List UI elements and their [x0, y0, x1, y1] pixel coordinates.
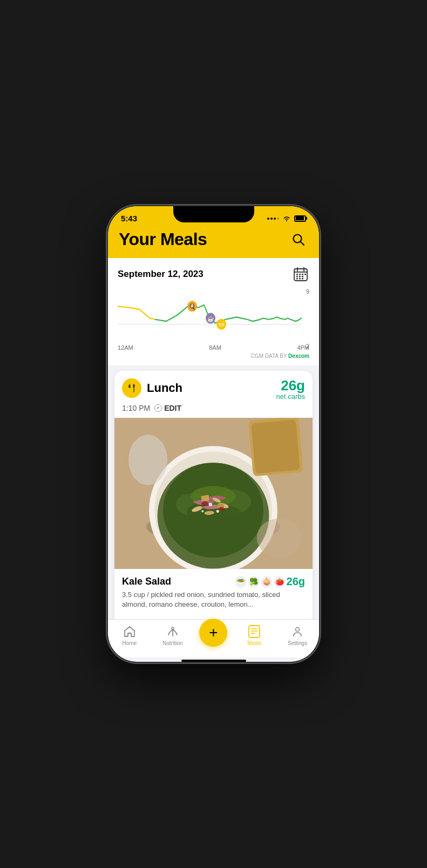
svg-point-51 [257, 519, 302, 558]
chart-label-12am: 12AM [118, 344, 133, 351]
food-name: Kale Salad [122, 576, 171, 587]
meal-card-lunch: Lunch 26g net carbs 1:10 PM EDIT [114, 371, 313, 619]
status-icons [267, 215, 306, 222]
home-icon [123, 625, 137, 639]
chart-y-2: 2 [306, 343, 309, 349]
food-icon-2: 🥦 [248, 576, 260, 588]
page-title: Your Meals [119, 229, 207, 249]
food-icon-4: 🍅 [274, 576, 286, 588]
glucose-chart-area: 🍳 ☕ 🍽 12AM 8AM 4PM 9 2 CGM DATA BY Dex [108, 283, 319, 365]
svg-rect-13 [296, 278, 298, 280]
calendar-icon [293, 267, 308, 282]
svg-point-53 [172, 627, 174, 629]
food-info: Kale Salad 🥗 🥦 🧅 🍅 26g 3.5 cup / pickled… [114, 569, 313, 618]
svg-rect-8 [302, 274, 303, 275]
svg-point-43 [201, 501, 208, 505]
food-icons: 🥗 🥦 🧅 🍅 26g [235, 575, 305, 588]
svg-rect-10 [296, 276, 298, 277]
nav-label-nutrition: Nutrition [162, 640, 182, 646]
food-carbs: 26g [287, 575, 305, 588]
svg-rect-6 [296, 274, 298, 275]
nutrition-icon [166, 625, 180, 639]
dexcom-label: CGM DATA BY Dexcom [118, 353, 309, 361]
edit-label: EDIT [164, 404, 181, 412]
meal-type-icon [122, 378, 141, 398]
svg-rect-9 [304, 274, 306, 275]
svg-point-50 [128, 435, 167, 485]
edit-button[interactable]: EDIT [154, 404, 181, 412]
carbs-label: net carbs [276, 392, 305, 401]
food-icon-3: 🧅 [261, 576, 273, 588]
nav-item-nutrition[interactable]: Nutrition [157, 625, 189, 646]
glucose-chart: 🍳 ☕ 🍽 [118, 288, 309, 342]
phone-screen: 5:43 [108, 206, 319, 662]
phone-frame: 5:43 [108, 206, 319, 662]
chart-x-labels: 12AM 8AM 4PM 9 2 [118, 344, 309, 353]
edit-icon [154, 404, 162, 412]
food-name-row: Kale Salad 🥗 🥦 🧅 🍅 26g [122, 575, 305, 588]
date-display: September 12, 2023 [118, 269, 204, 280]
settings-icon [290, 625, 304, 639]
nav-label-meals: Meals [247, 640, 262, 646]
meal-type-label: Lunch [147, 381, 182, 395]
search-icon [292, 233, 306, 247]
svg-line-1 [301, 241, 304, 245]
wifi-icon [282, 215, 291, 222]
meal-title-row: Lunch [122, 378, 182, 398]
svg-rect-7 [299, 274, 301, 275]
svg-rect-14 [299, 278, 301, 280]
home-indicator [181, 660, 246, 662]
svg-rect-49 [251, 420, 300, 474]
add-meal-button[interactable]: + [199, 619, 227, 647]
battery-icon [294, 215, 306, 222]
dexcom-brand: Dexcom [288, 353, 309, 359]
signal-icon [267, 218, 279, 220]
nav-item-home[interactable]: Home [113, 625, 146, 646]
chart-label-8am: 8AM [209, 344, 221, 351]
meal-meta: 1:10 PM EDIT [114, 404, 313, 418]
svg-text:🍽: 🍽 [219, 321, 224, 328]
meal-food-image [114, 418, 313, 569]
svg-point-47 [201, 510, 204, 512]
food-description: 3.5 cup / pickled red onion, sundried to… [122, 590, 305, 609]
add-icon: + [209, 625, 218, 640]
status-time: 5:43 [121, 214, 137, 223]
meal-time: 1:10 PM [122, 404, 150, 412]
meals-nav-icon [247, 625, 261, 639]
carbs-amount: 26g [276, 378, 305, 392]
calendar-button[interactable] [292, 266, 309, 283]
chart-y-9: 9 [306, 288, 309, 295]
app-header: Your Meals [108, 225, 319, 258]
nav-label-home: Home [123, 640, 137, 646]
nav-item-meals[interactable]: Meals [238, 625, 270, 646]
svg-rect-12 [302, 276, 303, 277]
svg-text:🍳: 🍳 [189, 303, 196, 310]
svg-text:☕: ☕ [207, 315, 214, 322]
carbs-display: 26g net carbs [276, 378, 305, 401]
food-photo [114, 418, 313, 569]
svg-rect-54 [249, 626, 260, 638]
svg-point-45 [209, 503, 212, 506]
svg-point-46 [216, 510, 219, 512]
date-section: September 12, 2023 [108, 258, 319, 283]
meal-card-header: Lunch 26g net carbs [114, 371, 313, 404]
nav-label-settings: Settings [288, 640, 307, 646]
svg-rect-11 [299, 276, 301, 277]
search-button[interactable] [289, 230, 308, 249]
notch [173, 206, 254, 222]
svg-point-58 [296, 628, 300, 632]
bottom-nav: Home Nutrition + [108, 619, 319, 657]
utensils-icon [127, 383, 137, 393]
food-icon-1: 🥗 [235, 576, 247, 588]
nav-item-settings[interactable]: Settings [281, 625, 314, 646]
main-content: September 12, 2023 [108, 258, 319, 619]
svg-rect-15 [302, 278, 303, 280]
svg-point-44 [219, 507, 224, 511]
